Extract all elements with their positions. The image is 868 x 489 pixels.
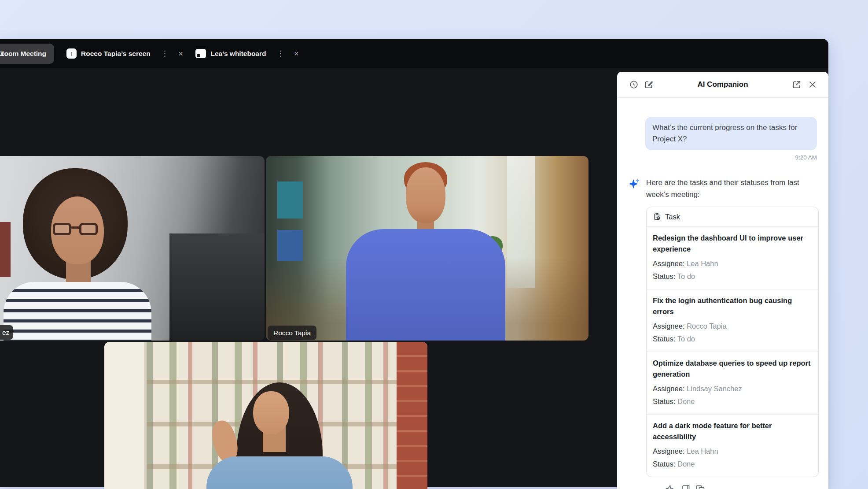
tab-lea-whiteboard-label: Lea’s whiteboard (210, 50, 266, 58)
whiteboard-icon (195, 49, 206, 58)
ai-companion-sparkle-icon (628, 178, 641, 191)
task-title: Fix the login authentication bug causing… (653, 295, 812, 317)
tab-rocco-close-icon[interactable]: ✕ (178, 50, 184, 57)
task-assignee: Assignee: Lea Hahn (653, 445, 812, 458)
share-screen-icon: ↑ (66, 48, 77, 59)
tab-whiteboard-kebab-icon[interactable]: ⋮ (277, 49, 284, 58)
page-background: Zoom Meeting ↑ Rocco Tapia’s screen ⋮ ✕ … (0, 0, 868, 489)
ai-message-text: Here are the tasks and their statuses fr… (646, 177, 819, 200)
tab-bar: Zoom Meeting ↑ Rocco Tapia’s screen ⋮ ✕ … (0, 39, 828, 68)
task-row: Fix the login authentication bug causing… (647, 289, 818, 352)
new-chat-icon[interactable] (644, 80, 654, 90)
video-tile-lindsay: ez (0, 156, 265, 341)
task-row: Redesign the dashboard UI to improve use… (647, 227, 818, 289)
tab-zoom-meeting[interactable]: Zoom Meeting (0, 44, 54, 64)
ai-companion-panel: AI Companion What’s the current progres (617, 72, 828, 489)
camera-dot-icon (1, 52, 4, 55)
feedback-toolbar (665, 484, 819, 489)
tab-rocco-kebab-icon[interactable]: ⋮ (161, 49, 169, 58)
tab-whiteboard-close-icon[interactable]: ✕ (294, 50, 299, 57)
chat-area: What’s the current progress on the tasks… (617, 117, 828, 489)
task-status: Status: To do (653, 270, 812, 283)
user-message-bubble: What’s the current progress on the tasks… (645, 117, 817, 150)
close-panel-icon[interactable] (807, 80, 817, 90)
task-card-header: Task (647, 207, 818, 227)
task-status: Status: Done (653, 458, 812, 470)
video-tile-lea: Lea Hahn (104, 342, 427, 489)
task-title: Redesign the dashboard UI to improve use… (653, 233, 812, 255)
open-in-new-window-icon[interactable] (791, 80, 802, 90)
task-list-icon (653, 212, 662, 221)
tab-zoom-meeting-label: Zoom Meeting (0, 50, 46, 58)
thumbs-up-icon[interactable] (665, 484, 676, 489)
tab-rocco-screen[interactable]: ↑ Rocco Tapia’s screen ⋮ ✕ (66, 44, 183, 64)
tab-rocco-screen-label: Rocco Tapia’s screen (81, 50, 151, 58)
participant-name-tag-truncated: ez (0, 325, 13, 340)
task-title: Optimize database queries to speed up re… (653, 358, 812, 380)
task-status: Status: Done (653, 395, 812, 408)
thumbs-down-icon[interactable] (680, 484, 691, 489)
task-status: Status: To do (653, 333, 812, 345)
video-tile-rocco: Rocco Tapia (266, 156, 588, 341)
task-assignee: Assignee: Rocco Tapia (653, 320, 812, 333)
task-assignee: Assignee: Lindsay Sanchez (653, 382, 812, 395)
task-card: Task Redesign the dashboard UI to improv… (646, 207, 819, 477)
task-title: Add a dark mode feature for better acces… (653, 420, 812, 442)
tab-lea-whiteboard[interactable]: Lea’s whiteboard ⋮ ✕ (195, 44, 299, 64)
copy-icon[interactable] (695, 484, 707, 489)
ai-panel-header: AI Companion (617, 72, 828, 98)
task-assignee: Assignee: Lea Hahn (653, 257, 812, 270)
task-row: Optimize database queries to speed up re… (647, 352, 818, 414)
task-row: Add a dark mode feature for better acces… (647, 414, 818, 477)
message-timestamp: 9:20 AM (628, 154, 817, 161)
participant-name-tag-rocco: Rocco Tapia (268, 326, 316, 340)
history-icon[interactable] (629, 80, 639, 90)
